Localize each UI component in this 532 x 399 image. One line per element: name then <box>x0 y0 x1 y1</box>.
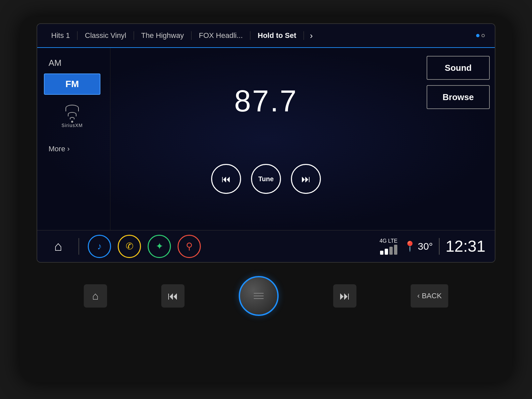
network-label: 4G LTE <box>380 238 398 244</box>
music-icon: ♪ <box>97 241 102 252</box>
frequency-readout: 87.7 <box>234 84 298 118</box>
siriusxm-button[interactable]: SiriusXM <box>44 101 100 131</box>
main-content-area: AM FM SiriusXM More › 87.7 <box>37 48 495 230</box>
preset-classic-vinyl[interactable]: Classic Vinyl <box>77 31 134 40</box>
physical-rewind-icon: ⏮ <box>161 284 185 308</box>
status-area: 4G LTE 📍 30° 12:31 <box>380 237 485 255</box>
preset-the-highway[interactable]: The Highway <box>134 31 192 40</box>
phone-nav-button[interactable]: ✆ <box>118 235 141 258</box>
apps-icon: ✦ <box>156 241 163 252</box>
navigation-bar: ⌂ ♪ ✆ ✦ ⚲ 4G LTE <box>37 230 495 262</box>
dot-active <box>476 34 479 37</box>
tune-button[interactable]: Tune <box>251 164 281 194</box>
knob-texture <box>254 293 264 299</box>
preset-hold-to-set[interactable]: Hold to Set <box>250 31 304 40</box>
preset-fox-headlines[interactable]: FOX Headli... <box>192 31 250 40</box>
phone-icon: ✆ <box>126 241 133 252</box>
temperature-display: 30° <box>418 241 433 252</box>
rewind-icon: ⏮ <box>221 174 231 185</box>
nav-divider-1 <box>78 238 79 255</box>
signal-bars <box>380 245 397 255</box>
forward-button[interactable]: ⏭ <box>291 164 321 194</box>
center-panel: 87.7 ⏮ Tune ⏭ <box>110 48 422 230</box>
browse-button[interactable]: Browse <box>427 85 490 109</box>
physical-forward-button[interactable]: ⏭ <box>333 284 356 308</box>
location-pin-icon: 📍 <box>404 240 416 252</box>
knob-line-3 <box>254 298 264 299</box>
display-screen: Hits 1 Classic Vinyl The Highway FOX Hea… <box>37 23 495 263</box>
nav-icon: ⚲ <box>186 241 193 252</box>
physical-back-button[interactable]: ‹ BACK <box>411 284 448 308</box>
volume-knob[interactable] <box>239 276 279 316</box>
home-icon: ⌂ <box>54 239 62 254</box>
physical-back-icon: ‹ BACK <box>411 284 448 308</box>
knob-line-1 <box>254 293 264 294</box>
preset-hits1[interactable]: Hits 1 <box>44 31 77 40</box>
clock-display: 12:31 <box>446 237 485 255</box>
more-sources-button[interactable]: More › <box>44 141 74 157</box>
physical-forward-icon: ⏭ <box>333 284 356 308</box>
home-nav-button[interactable]: ⌂ <box>47 235 70 258</box>
page-indicator <box>476 34 488 37</box>
band-selector: AM FM SiriusXM More › <box>37 48 110 230</box>
physical-home-button[interactable]: ⌂ <box>84 284 107 308</box>
am-band-button[interactable]: AM <box>44 56 66 70</box>
action-buttons: Sound Browse <box>422 48 495 230</box>
music-nav-button[interactable]: ♪ <box>88 235 111 258</box>
network-signal: 4G LTE <box>380 238 398 255</box>
knob-line-2 <box>254 296 264 296</box>
apps-nav-button[interactable]: ✦ <box>148 235 171 258</box>
preset-next-arrow[interactable]: › <box>304 31 319 41</box>
siriusxm-label: SiriusXM <box>62 123 83 128</box>
dot-inactive <box>481 34 485 37</box>
signal-bar-1 <box>380 251 383 255</box>
signal-bar-4 <box>394 245 397 255</box>
sound-button[interactable]: Sound <box>427 56 490 80</box>
transport-controls: ⏮ Tune ⏭ <box>211 164 321 194</box>
location-temperature: 📍 30° <box>404 240 433 252</box>
physical-controls: ⌂ ⏮ ⏭ ‹ BACK <box>37 266 495 326</box>
fm-band-button[interactable]: FM <box>44 73 100 95</box>
navigation-nav-button[interactable]: ⚲ <box>178 235 201 258</box>
physical-rewind-button[interactable]: ⏮ <box>161 284 185 308</box>
car-infotainment-device: Hits 1 Classic Vinyl The Highway FOX Hea… <box>20 17 512 382</box>
siriusxm-icon <box>66 105 79 123</box>
preset-bar: Hits 1 Classic Vinyl The Highway FOX Hea… <box>37 24 495 48</box>
signal-bar-3 <box>389 247 393 255</box>
physical-home-icon: ⌂ <box>84 284 107 308</box>
status-divider <box>439 238 440 255</box>
signal-bar-2 <box>385 249 388 255</box>
rewind-button[interactable]: ⏮ <box>211 164 241 194</box>
forward-icon: ⏭ <box>301 174 311 185</box>
